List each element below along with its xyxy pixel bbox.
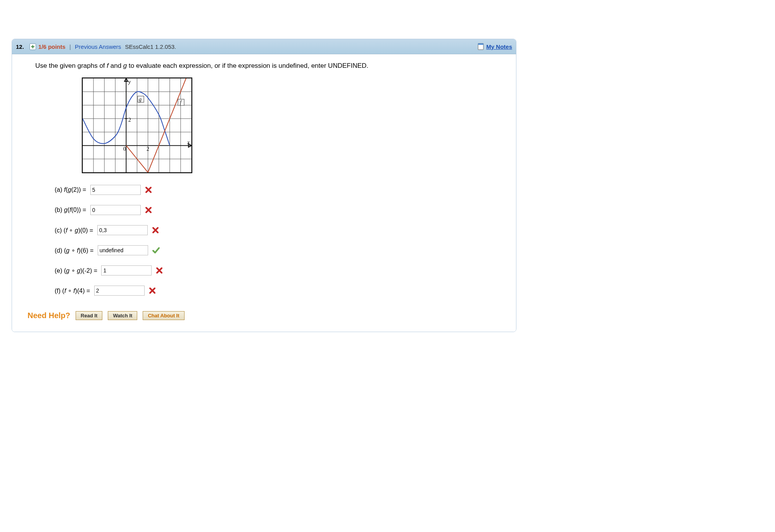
part-c-label: (c) (f ∘ g)(0) = [55, 227, 95, 234]
instruction-text: Use the given graphs of f and g to evalu… [35, 62, 507, 70]
read-it-button[interactable]: Read It [76, 311, 102, 320]
graph: 0 2 2 y x g f [82, 77, 507, 173]
need-help-label: Need Help? [28, 311, 70, 320]
part-a: (a) f(g(2)) = [55, 185, 507, 195]
answer-parts: (a) f(g(2)) = (b) g(f(0)) = (c) (f ∘ g)(… [55, 185, 507, 296]
svg-text:y: y [128, 79, 131, 85]
part-b: (b) g(f(0)) = [55, 205, 507, 215]
part-c: (c) (f ∘ g)(0) = [55, 225, 507, 235]
part-b-label: (b) g(f(0)) = [55, 207, 88, 213]
incorrect-icon [145, 206, 152, 214]
question-header: 12. 1/6 points | Previous Answers SEssCa… [12, 39, 516, 54]
svg-text:0: 0 [123, 146, 126, 152]
part-d-input[interactable] [98, 245, 148, 255]
svg-text:g: g [139, 96, 142, 102]
part-d-label: (d) (g ∘ f)(6) = [55, 247, 95, 254]
part-e: (e) (g ∘ g)(-2) = [55, 265, 507, 275]
svg-text:2: 2 [147, 146, 149, 152]
points-label: 1/6 points [38, 43, 66, 50]
question-body: Use the given graphs of f and g to evalu… [12, 54, 516, 332]
incorrect-icon [148, 287, 156, 294]
previous-answers-link[interactable]: Previous Answers [75, 43, 121, 50]
chat-about-it-button[interactable]: Chat About It [143, 311, 184, 320]
part-e-label: (e) (g ∘ g)(-2) = [55, 267, 99, 274]
part-c-input[interactable] [97, 225, 148, 235]
part-f: (f) (f ∘ f)(4) = [55, 286, 507, 296]
incorrect-icon [145, 186, 152, 194]
part-a-input[interactable] [90, 185, 141, 195]
watch-it-button[interactable]: Watch It [108, 311, 137, 320]
question-box: 12. 1/6 points | Previous Answers SEssCa… [12, 39, 516, 332]
notes-icon[interactable] [478, 43, 484, 50]
question-code: SEssCalc1 1.2.053. [121, 43, 176, 50]
need-help: Need Help? Read It Watch It Chat About I… [28, 311, 507, 320]
incorrect-icon [155, 267, 163, 274]
part-f-input[interactable] [94, 286, 145, 296]
incorrect-icon [152, 226, 159, 234]
my-notes-link[interactable]: My Notes [486, 43, 512, 50]
expand-icon[interactable] [29, 43, 36, 50]
svg-text:x: x [187, 139, 190, 145]
part-a-label: (a) f(g(2)) = [55, 186, 88, 193]
part-e-input[interactable] [101, 265, 152, 275]
question-number: 12. [16, 43, 29, 50]
svg-rect-1 [478, 43, 483, 45]
separator: | [66, 43, 75, 50]
part-d: (d) (g ∘ f)(6) = [55, 245, 507, 255]
svg-text:2: 2 [128, 117, 131, 123]
part-b-input[interactable] [90, 205, 141, 215]
part-f-label: (f) (f ∘ f)(4) = [55, 287, 92, 294]
correct-icon [152, 246, 160, 254]
